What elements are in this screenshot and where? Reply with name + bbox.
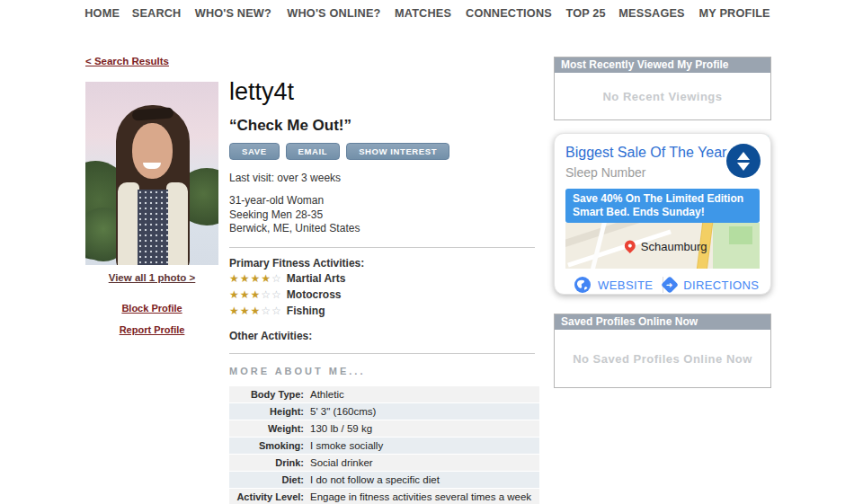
about-me-table: Body Type:AthleticHeight:5' 3" (160cms)W… bbox=[229, 386, 539, 504]
sidebar: Most Recently Viewed My Profile No Recen… bbox=[554, 57, 771, 388]
report-profile-link[interactable]: Report Profile bbox=[85, 324, 218, 335]
nav-item-messages[interactable]: MESSAGES bbox=[618, 6, 684, 20]
activity-rating-row: ★★★☆☆Fishing bbox=[229, 305, 539, 318]
profile-username: letty4t bbox=[229, 77, 539, 106]
star-filled-icon: ★ bbox=[240, 288, 251, 301]
ad-directions-button[interactable]: ➜ DIRECTIONS bbox=[663, 279, 761, 292]
about-me-row: Drink:Social drinker bbox=[229, 455, 539, 471]
primary-activities-label: Primary Fitness Activities: bbox=[229, 257, 539, 270]
about-me-value: 130 lb / 59 kg bbox=[310, 423, 372, 434]
star-empty-icon: ☆ bbox=[271, 272, 282, 285]
photo-patterned-top bbox=[138, 190, 168, 265]
directions-icon: ➜ bbox=[661, 276, 679, 294]
about-me-value: Engage in fitness activities several tim… bbox=[310, 491, 531, 502]
saved-profiles-empty-text: No Saved Profiles Online Now bbox=[573, 352, 752, 366]
nav-item-search[interactable]: SEARCH bbox=[132, 6, 182, 20]
nav-item-my-profile[interactable]: MY PROFILE bbox=[698, 6, 770, 20]
saved-profiles-box: Saved Profiles Online Now No Saved Profi… bbox=[554, 314, 771, 388]
star-filled-icon: ★ bbox=[261, 272, 271, 285]
photo-vest bbox=[166, 182, 188, 265]
about-me-row: Height:5' 3" (160cms) bbox=[229, 403, 539, 420]
about-me-label: Height: bbox=[229, 406, 310, 417]
last-visit-text: Last visit: over 3 weeks bbox=[229, 172, 539, 184]
star-empty-icon: ☆ bbox=[261, 288, 271, 301]
star-filled-icon: ★ bbox=[229, 272, 240, 285]
map-park-area bbox=[729, 226, 752, 244]
ad-map[interactable]: Schaumburg bbox=[565, 223, 760, 269]
star-filled-icon: ★ bbox=[229, 288, 240, 301]
about-me-row: Weight:130 lb / 59 kg bbox=[229, 420, 539, 437]
profile-headline: “Check Me Out!” bbox=[229, 117, 539, 135]
nav-item-home[interactable]: HOME bbox=[85, 6, 120, 20]
other-activities-label: Other Activities: bbox=[229, 330, 539, 342]
advertisement: ▷ ✕ Biggest Sale Of The Year Sleep Numbe… bbox=[554, 133, 771, 295]
search-results-back-link[interactable]: < Search Results bbox=[85, 56, 169, 66]
photo-vest bbox=[118, 182, 139, 265]
star-filled-icon: ★ bbox=[251, 272, 262, 285]
about-me-value: Social drinker bbox=[310, 457, 373, 468]
about-me-value: I do not follow a specific diet bbox=[310, 474, 440, 485]
save-button[interactable]: SAVE bbox=[229, 143, 280, 160]
star-rating: ★★★★☆ bbox=[229, 272, 282, 285]
view-all-photos-link[interactable]: View all 1 photo > bbox=[85, 272, 218, 283]
star-filled-icon: ★ bbox=[251, 305, 262, 317]
star-rating: ★★★☆☆ bbox=[229, 305, 282, 317]
about-me-row: Diet:I do not follow a specific diet bbox=[229, 472, 539, 488]
about-me-value: I smoke socially bbox=[310, 440, 383, 451]
sleep-number-logo-icon bbox=[726, 144, 761, 178]
about-me-label: Weight: bbox=[229, 423, 310, 434]
profile-demographics: 31-year-old WomanSeeking Men 28-35Berwic… bbox=[229, 194, 539, 236]
block-profile-link[interactable]: Block Profile bbox=[85, 303, 218, 314]
activity-name: Fishing bbox=[287, 305, 325, 317]
photo-person-face bbox=[132, 123, 173, 179]
top-nav: HOMESEARCHWHO'S NEW?WHO'S ONLINE?MATCHES… bbox=[84, 6, 772, 20]
about-me-label: Activity Level: bbox=[229, 491, 310, 502]
nav-item-who-s-new[interactable]: WHO'S NEW? bbox=[195, 6, 271, 20]
activity-rating-row: ★★★★☆Martial Arts bbox=[229, 272, 539, 286]
profile-photo-column: View all 1 photo > Block Profile Report … bbox=[85, 82, 218, 335]
divider bbox=[229, 353, 535, 354]
nav-item-who-s-online[interactable]: WHO'S ONLINE? bbox=[287, 6, 380, 20]
divider bbox=[229, 247, 535, 248]
star-empty-icon: ☆ bbox=[271, 288, 282, 301]
ad-card[interactable]: Biggest Sale Of The Year Sleep Number Sa… bbox=[554, 133, 771, 295]
activity-name: Motocross bbox=[287, 288, 342, 301]
nav-item-top-25[interactable]: TOP 25 bbox=[565, 6, 605, 20]
about-me-label: Smoking: bbox=[229, 440, 310, 451]
about-me-row: Activity Level:Engage in fitness activit… bbox=[229, 489, 539, 504]
demographic-line: Berwick, ME, United States bbox=[229, 222, 539, 236]
recently-viewed-empty-text: No Recent Viewings bbox=[602, 90, 722, 103]
saved-profiles-header: Saved Profiles Online Now bbox=[555, 314, 770, 330]
about-me-label: Drink: bbox=[229, 457, 310, 468]
map-city-label: Schaumburg bbox=[641, 239, 707, 252]
profile-main-column: letty4t “Check Me Out!” SAVE EMAIL SHOW … bbox=[229, 77, 539, 504]
star-filled-icon: ★ bbox=[229, 305, 240, 317]
star-empty-icon: ☆ bbox=[271, 305, 282, 317]
about-me-row: Body Type:Athletic bbox=[229, 386, 539, 402]
star-filled-icon: ★ bbox=[240, 305, 251, 317]
star-rating: ★★★☆☆ bbox=[229, 288, 282, 301]
demographic-line: Seeking Men 28-35 bbox=[229, 208, 539, 223]
star-filled-icon: ★ bbox=[240, 272, 251, 285]
globe-icon bbox=[574, 277, 591, 293]
map-pin-icon bbox=[622, 238, 637, 253]
profile-photo[interactable] bbox=[85, 82, 218, 265]
recently-viewed-box: Most Recently Viewed My Profile No Recen… bbox=[554, 57, 771, 120]
nav-item-matches[interactable]: MATCHES bbox=[395, 6, 451, 20]
show-interest-button[interactable]: SHOW INTEREST bbox=[346, 143, 449, 160]
activity-rating-row: ★★★☆☆Motocross bbox=[229, 288, 539, 302]
star-empty-icon: ☆ bbox=[261, 305, 271, 317]
about-me-label: Body Type: bbox=[229, 389, 310, 400]
ad-website-button[interactable]: WEBSITE bbox=[565, 277, 663, 293]
about-me-value: 5' 3" (160cms) bbox=[310, 406, 376, 417]
nav-item-connections[interactable]: CONNECTIONS bbox=[466, 6, 552, 20]
about-me-label: Diet: bbox=[229, 474, 310, 485]
recently-viewed-header: Most Recently Viewed My Profile bbox=[555, 57, 770, 73]
email-button[interactable]: EMAIL bbox=[286, 143, 341, 160]
star-filled-icon: ★ bbox=[251, 288, 262, 301]
demographic-line: 31-year-old Woman bbox=[229, 194, 539, 208]
about-me-value: Athletic bbox=[310, 389, 344, 400]
ad-banner[interactable]: Save 40% On The Limited Edition Smart Be… bbox=[565, 189, 760, 223]
about-me-row: Smoking:I smoke socially bbox=[229, 438, 539, 454]
more-about-me-title: MORE ABOUT ME... bbox=[229, 366, 539, 376]
